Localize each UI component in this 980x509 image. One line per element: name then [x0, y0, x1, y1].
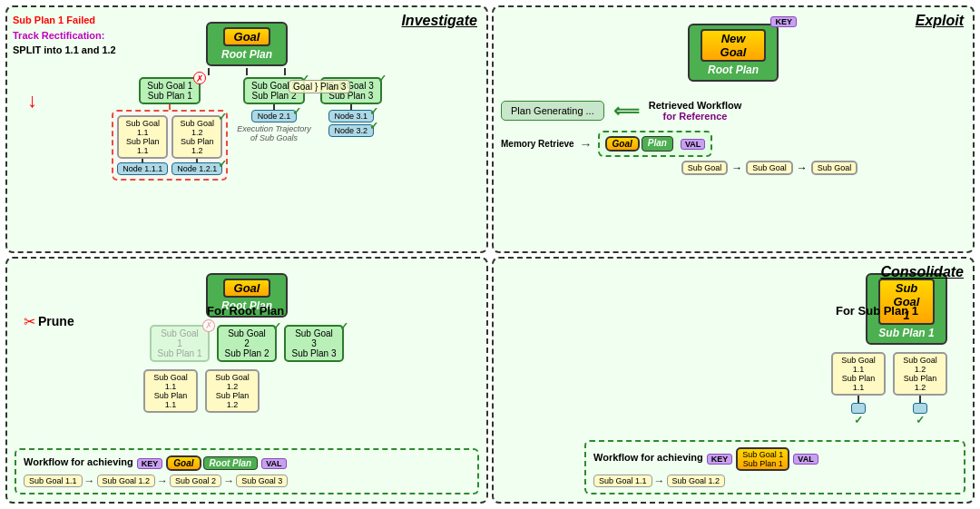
goal-plan3-badge: Goal } Plan 3 — [289, 80, 350, 93]
cons-sg2-node: Sub Goal 2 Sub Plan 2 — [217, 325, 277, 362]
cons-sg2-col: Sub Goal 2 Sub Plan 2 ✓ — [217, 325, 277, 362]
right-arrow-mem: → — [580, 137, 593, 152]
wf-val-badge: VAL — [261, 458, 286, 469]
investigate-quadrant: Sub Plan 1 Failed Track Rectification: S… — [5, 5, 488, 253]
cons-check-2: ✓ — [272, 320, 281, 333]
ref-sg-a: Sub Goal — [681, 161, 729, 175]
root-plan-label: Root Plan — [221, 48, 272, 61]
check-21: ✓ — [292, 105, 301, 118]
nodes-3x: Node 3.1 ✓ Node 3.2 ✓ — [328, 110, 374, 137]
wf-arrow-1: → — [84, 475, 95, 487]
wf-arrow-2: → — [157, 475, 168, 487]
node-32: Node 3.2 — [328, 124, 374, 137]
workflow-sub-items: Sub Goal 1.1 → Sub Goal 1.2 — [593, 475, 956, 487]
node-121: Node 1.2.1 — [172, 162, 222, 175]
right-sg12-node: Sub Goal 1.2 Sub Plan 1.2 — [893, 352, 947, 396]
consolidate-tree: Goal Root Plan Sub Goal 1 Sub Plan 1 ✗ — [15, 266, 479, 413]
cons-check-3: ✓ — [339, 320, 348, 333]
val-badge: VAL — [681, 139, 705, 150]
investigate-title: Investigate — [401, 13, 477, 29]
plan-database-section: 🗄️ Plan Data Base Memory Store — [492, 336, 493, 424]
sg11-small-node — [851, 403, 866, 414]
arrow-col-1 — [208, 68, 210, 75]
red-arrow-down: ↓ — [27, 89, 37, 113]
wf-item-1: Sub Goal 1.1 — [24, 475, 83, 487]
arrow-sg-b: → — [797, 162, 808, 174]
sg12-label: Sub Goal 1.2 — [179, 119, 215, 137]
memory-row: Memory Retrieve → Goal Plan VAL — [501, 131, 965, 157]
wf-sub-title: Workflow for achieving — [593, 452, 703, 463]
new-root-plan-label: Root Plan — [708, 64, 759, 76]
node-111: Node 1.1.1 — [117, 162, 168, 175]
root-arrows — [208, 68, 286, 75]
sg1-label: Sub Goal 1 — [147, 81, 192, 91]
retrieved-label: Retrieved Workflow for Reference — [649, 100, 742, 122]
wf-goal-label: Goal — [166, 455, 201, 471]
faded-sg1-node: Sub Goal 1 Sub Plan 1 — [150, 325, 210, 362]
memory-retrieve-label: Memory Retrieve — [501, 139, 574, 149]
workflow-sub-box: Workflow for achieving KEY Sub Goal 1 Su… — [584, 440, 965, 494]
wf-item-4: Sub Goal 3 — [236, 475, 288, 487]
cons-sg12-node: Sub Goal 1.2 Sub Plan 1.2 — [205, 369, 260, 413]
sg11-col: Sub Goal 1.1 Sub Plan 1.1 Node 1.1.1 — [117, 115, 168, 175]
sub-goal-11-node: Sub Goal 1.1 Sub Plan 1.1 — [117, 115, 168, 159]
wf-sub-val: VAL — [793, 454, 818, 465]
ref-goal-plan: Goal Plan — [605, 136, 673, 152]
exploit-top: KEY New Goal Root Plan Plan Generating .… — [501, 15, 965, 175]
wf-sub-item-1: Sub Goal 1.1 — [593, 475, 652, 487]
check-121: ✓ — [218, 158, 227, 171]
exploit-quadrant: Exploit KEY New Goal Root Plan Plan Gene… — [492, 5, 975, 253]
sub-plan-tree: Sub Goal 1 Sub Plan 1 Sub Goal 1.1 Sub P… — [501, 266, 965, 426]
right-sg11-col: Sub Goal 1.1 Sub Plan 1.1 ✓ — [831, 352, 886, 426]
arrow-col-3 — [284, 68, 286, 75]
cons-sg3-node: Sub Goal 3 Sub Plan 3 — [284, 325, 344, 362]
goal-label: Goal — [223, 27, 271, 46]
wf-goal-plan-inline: Goal Root Plan — [166, 455, 258, 471]
split-box: Sub Goal 1.1 Sub Plan 1.1 Node 1.1.1 Sub… — [112, 110, 228, 181]
workflow-sub-header: Workflow for achieving KEY Sub Goal 1 Su… — [593, 447, 956, 471]
exec-label: Execution Trajectory of Sub Goals — [237, 124, 310, 142]
reference-workflow-box: Goal Plan VAL — [598, 131, 713, 157]
faded-sg1-label: Sub Goal 1 — [157, 328, 202, 348]
wf-sub-item-2: Sub Goal 1.2 — [667, 475, 726, 487]
main-container: Sub Plan 1 Failed Track Rectification: S… — [0, 0, 980, 509]
sg12-col: Sub Goal 1.2 Sub Plan 1.2 ✓ Node 1.2.1 ✓ — [172, 115, 222, 175]
workflow-root-box: Workflow for achieving KEY Goal Root Pla… — [15, 448, 479, 494]
cross-icon: ✗ — [193, 72, 206, 84]
cons-sg11-node: Sub Goal 1.1 Sub Plan 1.1 — [143, 369, 198, 413]
workflow-root-header: Workflow for achieving KEY Goal Root Pla… — [24, 455, 470, 471]
ref-plan-label: Plan — [642, 136, 673, 152]
sub-goal-1-col: Sub Goal 1 Sub Plan 1 ✗ Sub Goal 1.1 — [112, 77, 228, 181]
fail-text-1: Sub Plan 1 Failed — [13, 15, 95, 25]
wf-arrow-3: → — [223, 475, 234, 487]
cons-sp2-label: Sub Plan 2 — [225, 348, 270, 358]
plan-generating-box: Plan Generating ... — [501, 101, 604, 121]
arrow-sg-a: → — [731, 162, 742, 174]
sp1-label: Sub Plan 1 — [148, 91, 192, 101]
sp12-label: Sub Plan 1.2 — [179, 137, 215, 155]
node-21: Node 2.1 — [251, 110, 297, 122]
right-sg11-node: Sub Goal 1.1 Sub Plan 1.1 — [831, 352, 886, 396]
wf-sub-goal-label: Sub Goal 1 Sub Plan 1 — [736, 447, 789, 471]
sub-goal-12-node: Sub Goal 1.2 Sub Plan 1.2 — [172, 115, 222, 159]
faded-cross: ✗ — [202, 319, 215, 332]
cons-sg3-col: Sub Goal 3 Sub Plan 3 ✓ — [284, 325, 344, 362]
for-root-plan-label: For Root Plan — [207, 304, 284, 318]
track-text: Track Rectification: — [13, 30, 104, 41]
sub-goals-ref-row: Sub Goal → Sub Goal → Sub Goal — [681, 161, 858, 175]
new-goal-root-node: New Goal Root Plan — [688, 24, 779, 82]
arrow-col-2 — [246, 68, 248, 75]
goal-plan-inline: Goal Plan — [605, 136, 673, 152]
new-goal-label: New Goal — [701, 29, 766, 62]
goal-root-node: Goal Root Plan — [206, 22, 288, 66]
cons-goal-label: Goal — [223, 279, 271, 298]
consolidate-right-quadrant: Consolidate 🗄️ Plan Data Base Memory Sto… — [492, 257, 975, 504]
ref-goal-label: Goal — [605, 136, 640, 152]
ref-sg-b: Sub Goal — [746, 161, 793, 175]
fail-info: Sub Plan 1 Failed Track Rectification: S… — [13, 13, 116, 58]
new-goal-container: KEY New Goal Root Plan — [688, 24, 779, 82]
retrieved-text: Retrieved Workflow — [649, 100, 742, 111]
split-text: SPLIT into 1.1 and 1.2 — [13, 44, 116, 55]
cons-sub-goals: Sub Goal 1 Sub Plan 1 ✗ Sub Goal 2 Sub P… — [150, 325, 344, 362]
check-sg11: ✓ — [854, 414, 863, 426]
